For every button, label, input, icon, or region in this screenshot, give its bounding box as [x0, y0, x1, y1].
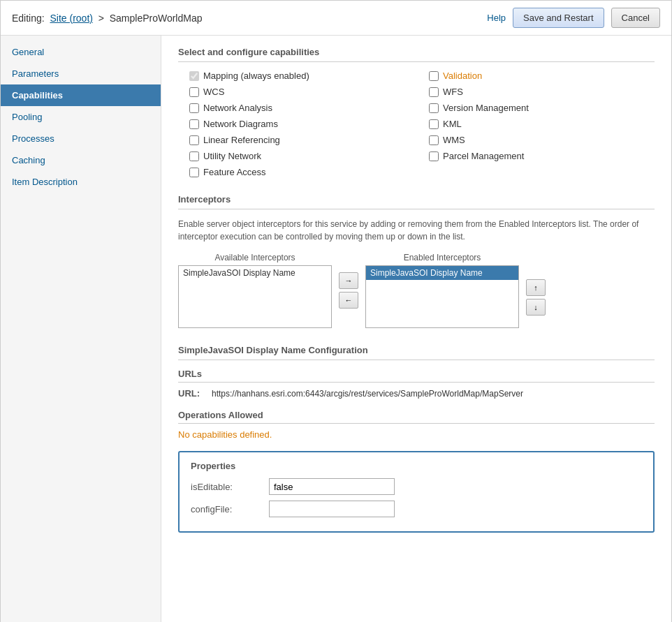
cap-mapping-label: Mapping (always enabled)	[203, 71, 309, 81]
enabled-list-item[interactable]: SimpleJavaSOI Display Name	[366, 266, 518, 280]
url-row: URL: https://hanhans.esri.com:6443/arcgi…	[178, 388, 655, 399]
cap-network-diagrams-checkbox[interactable]	[189, 119, 199, 129]
prop-row-configfile: configFile:	[191, 501, 642, 517]
save-restart-button[interactable]: Save and Restart	[513, 8, 604, 28]
header-title: Editing: Site (root) > SampleProWorldMap	[12, 13, 203, 24]
cap-wfs-checkbox[interactable]	[429, 87, 439, 97]
cap-network-analysis: Network Analysis	[189, 103, 415, 113]
cap-validation: Validation	[429, 71, 655, 81]
main-layout: General Parameters Capabilities Pooling …	[1, 36, 671, 622]
cap-linear-referencing: Linear Referencing	[189, 135, 415, 145]
soi-config-title: SimpleJavaSOI Display Name Configuration	[178, 345, 655, 360]
enabled-order-arrows: ↑ ↓	[526, 265, 546, 316]
cap-wcs-checkbox[interactable]	[189, 87, 199, 97]
no-capabilities-text: No capabilities defined.	[178, 429, 655, 440]
cap-linear-referencing-checkbox[interactable]	[189, 135, 199, 145]
cap-validation-label: Validation	[443, 71, 482, 81]
soi-config-section: SimpleJavaSOI Display Name Configuration…	[178, 345, 655, 533]
help-link[interactable]: Help	[487, 13, 506, 23]
cap-network-diagrams-label: Network Diagrams	[203, 119, 278, 129]
service-name: SampleProWorldMap	[110, 13, 203, 24]
content-area: Select and configure capabilities Mappin…	[161, 36, 671, 622]
available-interceptors-container: Available Interceptors SimpleJavaSOI Dis…	[178, 253, 332, 328]
enabled-interceptors-list[interactable]: SimpleJavaSOI Display Name	[365, 265, 519, 328]
cancel-button[interactable]: Cancel	[611, 8, 660, 28]
cap-network-analysis-label: Network Analysis	[203, 103, 272, 113]
sidebar-item-processes[interactable]: Processes	[1, 128, 161, 149]
cap-wms-checkbox[interactable]	[429, 135, 439, 145]
cap-kml-label: KML	[443, 119, 462, 129]
iseditable-label: isEditable:	[191, 482, 261, 492]
prop-row-iseditable: isEditable:	[191, 478, 642, 495]
url-label: URL:	[178, 388, 206, 399]
cap-version-management-label: Version Management	[443, 103, 529, 113]
cap-wcs-label: WCS	[203, 87, 224, 97]
operations-section-title: Operations Allowed	[178, 410, 655, 424]
add-interceptor-button[interactable]: →	[339, 272, 358, 289]
remove-interceptor-button[interactable]: ←	[339, 292, 358, 309]
cap-network-analysis-checkbox[interactable]	[189, 103, 199, 113]
properties-title: Properties	[191, 461, 642, 471]
cap-feature-access-label: Feature Access	[203, 167, 266, 177]
sidebar-item-capabilities[interactable]: Capabilities	[1, 84, 161, 106]
configfile-label: configFile:	[191, 504, 261, 514]
cap-feature-access: Feature Access	[189, 167, 415, 177]
cap-version-management: Version Management	[429, 103, 655, 113]
available-list-item[interactable]: SimpleJavaSOI Display Name	[179, 266, 331, 280]
enabled-interceptors-label: Enabled Interceptors	[404, 253, 481, 262]
cap-linear-referencing-label: Linear Referencing	[203, 135, 280, 145]
urls-section: URLs URL: https://hanhans.esri.com:6443/…	[178, 369, 655, 399]
cap-validation-checkbox[interactable]	[429, 71, 439, 81]
cap-kml: KML	[429, 119, 655, 129]
capabilities-section: Select and configure capabilities Mappin…	[178, 47, 655, 177]
cap-version-management-checkbox[interactable]	[429, 103, 439, 113]
cap-wms: WMS	[429, 135, 655, 145]
sidebar-item-general[interactable]: General	[1, 41, 161, 63]
interceptors-transfer-arrows: → ←	[339, 272, 358, 309]
iseditable-input[interactable]	[269, 478, 395, 495]
cap-utility-network: Utility Network	[189, 151, 415, 161]
cap-mapping: Mapping (always enabled)	[189, 71, 415, 81]
operations-section: Operations Allowed No capabilities defin…	[178, 410, 655, 440]
interceptors-title: Interceptors	[178, 194, 655, 209]
url-value: https://hanhans.esri.com:6443/arcgis/res…	[212, 389, 523, 399]
cap-network-diagrams: Network Diagrams	[189, 119, 415, 129]
cap-parcel-management-label: Parcel Management	[443, 151, 524, 161]
available-interceptors-list[interactable]: SimpleJavaSOI Display Name	[178, 265, 332, 328]
page-wrapper: Editing: Site (root) > SampleProWorldMap…	[0, 0, 672, 622]
sidebar-item-parameters[interactable]: Parameters	[1, 63, 161, 84]
editing-label: Editing:	[12, 13, 45, 24]
cap-kml-checkbox[interactable]	[429, 119, 439, 129]
move-up-button[interactable]: ↑	[526, 279, 546, 296]
sidebar: General Parameters Capabilities Pooling …	[1, 36, 161, 622]
capabilities-title: Select and configure capabilities	[178, 47, 655, 62]
interceptors-panel: Available Interceptors SimpleJavaSOI Dis…	[178, 253, 655, 328]
urls-section-title: URLs	[178, 369, 655, 383]
capabilities-grid: Mapping (always enabled) Validation WCS …	[189, 71, 655, 177]
site-link[interactable]: Site (root)	[50, 13, 92, 24]
cap-wcs: WCS	[189, 87, 415, 97]
cap-feature-access-checkbox[interactable]	[189, 168, 199, 177]
properties-box: Properties isEditable: configFile:	[178, 451, 655, 533]
header: Editing: Site (root) > SampleProWorldMap…	[1, 1, 671, 36]
available-interceptors-label: Available Interceptors	[214, 253, 295, 262]
cap-wfs: WFS	[429, 87, 655, 97]
interceptors-section: Interceptors Enable server object interc…	[178, 194, 655, 328]
cap-wfs-label: WFS	[443, 87, 463, 97]
configfile-input[interactable]	[269, 501, 395, 517]
sidebar-item-pooling[interactable]: Pooling	[1, 106, 161, 128]
header-actions: Help Save and Restart Cancel	[487, 8, 660, 28]
sidebar-item-caching[interactable]: Caching	[1, 149, 161, 171]
sidebar-item-item-description[interactable]: Item Description	[1, 171, 161, 193]
separator: >	[98, 13, 104, 24]
interceptors-description: Enable server object interceptors for th…	[178, 218, 655, 243]
move-down-button[interactable]: ↓	[526, 299, 546, 316]
enabled-interceptors-container: Enabled Interceptors SimpleJavaSOI Displ…	[365, 253, 519, 328]
cap-utility-network-label: Utility Network	[203, 151, 261, 161]
cap-mapping-checkbox[interactable]	[189, 71, 199, 81]
cap-parcel-management: Parcel Management	[429, 151, 655, 161]
cap-parcel-management-checkbox[interactable]	[429, 151, 439, 161]
cap-wms-label: WMS	[443, 135, 465, 145]
cap-utility-network-checkbox[interactable]	[189, 151, 199, 161]
